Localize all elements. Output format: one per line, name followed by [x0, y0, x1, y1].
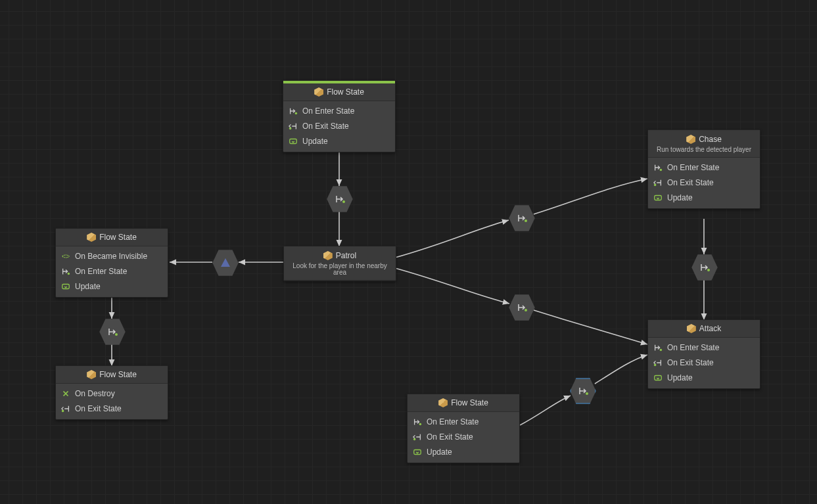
enter-state-icon — [413, 417, 422, 426]
cube-icon — [87, 233, 96, 242]
svg-point-3 — [660, 168, 663, 171]
event-row[interactable]: On Enter State — [653, 162, 755, 173]
transition-node[interactable] — [212, 249, 239, 277]
transition-node[interactable] — [691, 254, 718, 281]
svg-point-6 — [660, 348, 663, 351]
update-icon — [61, 282, 70, 291]
node-title: Attack — [699, 325, 721, 332]
node-subtitle: Run towards the detected player — [657, 145, 751, 153]
exit-state-icon — [413, 432, 422, 442]
svg-point-11 — [62, 409, 64, 412]
cube-icon — [687, 324, 696, 333]
node-patrol[interactable]: Patrol Look for the player in the nearby… — [283, 246, 396, 281]
node-title: Patrol — [336, 252, 356, 260]
exit-state-icon — [289, 122, 298, 131]
transition-node[interactable] — [508, 294, 536, 321]
exit-state-icon — [653, 178, 663, 187]
event-row[interactable]: On Exit State — [653, 357, 755, 368]
transition-node-selected[interactable] — [569, 377, 597, 405]
svg-point-21 — [586, 392, 588, 395]
svg-point-7 — [654, 363, 657, 366]
node-title: Flow State — [99, 371, 137, 378]
svg-point-18 — [525, 219, 527, 222]
node-subtitle: Look for the player in the nearby area — [289, 262, 390, 276]
event-row[interactable]: On Exit State — [653, 177, 755, 188]
cube-icon — [87, 370, 96, 379]
cube-icon — [314, 87, 323, 97]
event-row[interactable]: On Enter State — [289, 105, 390, 116]
update-icon — [413, 447, 422, 457]
cube-icon — [438, 398, 448, 407]
svg-point-1 — [289, 127, 292, 129]
svg-point-17 — [115, 333, 118, 336]
event-row[interactable]: On Enter State — [413, 416, 514, 427]
transition-node[interactable] — [508, 204, 536, 232]
node-title: Flow State — [451, 399, 488, 407]
node-chase[interactable]: Chase Run towards the detected player On… — [647, 129, 760, 209]
event-row[interactable]: Update — [289, 135, 390, 147]
destroy-icon — [61, 389, 70, 398]
cube-icon — [686, 135, 695, 144]
enter-state-icon — [653, 163, 663, 172]
node-title: Flow State — [327, 88, 364, 96]
transition-node[interactable] — [99, 318, 126, 346]
event-row[interactable]: Update — [653, 372, 755, 383]
transition-node[interactable] — [326, 185, 354, 213]
node-flow-state-left-1[interactable]: Flow State On Became Invisible On Enter … — [55, 228, 168, 298]
event-row[interactable]: On Exit State — [413, 431, 514, 442]
enter-state-icon — [61, 267, 70, 276]
exit-state-icon — [61, 404, 70, 413]
node-attack[interactable]: Attack On Enter State On Exit State Upda… — [647, 319, 760, 389]
event-row[interactable]: Update — [413, 446, 514, 457]
node-title: Chase — [699, 135, 722, 143]
svg-point-12 — [419, 423, 422, 425]
event-row[interactable]: Update — [61, 281, 162, 292]
node-flow-state-start[interactable]: Flow State On Enter State On Exit State … — [283, 80, 396, 152]
event-row[interactable]: On Enter State — [61, 265, 162, 277]
svg-point-4 — [654, 183, 657, 186]
enter-state-icon — [653, 343, 663, 352]
event-row[interactable]: Update — [653, 192, 755, 203]
svg-marker-16 — [221, 258, 230, 267]
svg-point-9 — [68, 272, 70, 275]
update-icon — [653, 193, 663, 202]
svg-point-19 — [525, 309, 527, 311]
event-row[interactable]: On Became Invisible — [61, 250, 162, 262]
node-title: Flow State — [99, 233, 137, 241]
update-icon — [289, 137, 298, 146]
event-row[interactable]: On Destroy — [61, 388, 162, 399]
svg-point-20 — [707, 269, 710, 271]
enter-state-icon — [289, 106, 298, 116]
exit-state-icon — [653, 358, 663, 367]
event-row[interactable]: On Exit State — [61, 403, 162, 414]
svg-point-13 — [413, 438, 416, 440]
node-flow-state-left-2[interactable]: Flow State On Destroy On Exit State — [55, 365, 168, 420]
node-flow-state-bottom[interactable]: Flow State On Enter State On Exit State … — [407, 394, 520, 463]
svg-point-0 — [295, 112, 298, 114]
event-row[interactable]: On Enter State — [653, 342, 755, 353]
update-icon — [653, 373, 663, 382]
invisible-icon — [61, 252, 70, 261]
event-row[interactable]: On Exit State — [289, 120, 390, 131]
svg-point-15 — [342, 200, 345, 203]
cube-icon — [323, 251, 333, 260]
